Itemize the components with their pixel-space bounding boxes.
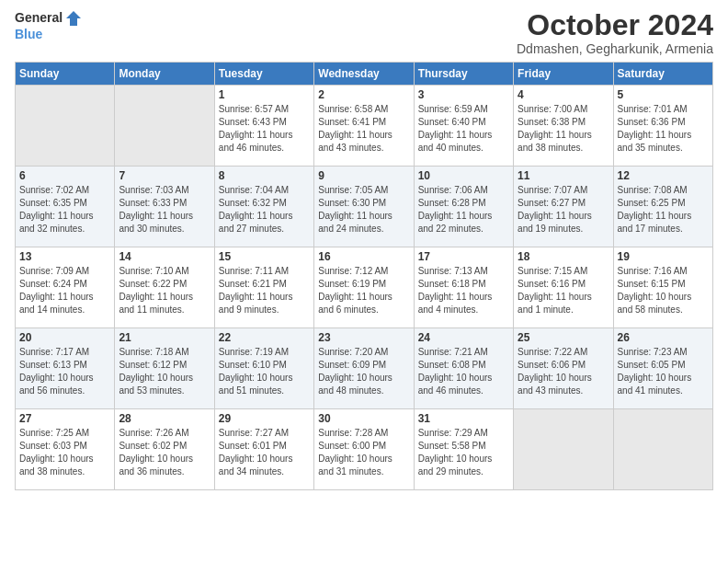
day-info: Sunrise: 7:20 AMSunset: 6:09 PMDaylight:… bbox=[318, 346, 409, 397]
calendar-cell: 19Sunrise: 7:16 AMSunset: 6:15 PMDayligh… bbox=[613, 247, 712, 328]
day-number: 28 bbox=[119, 412, 210, 425]
calendar-cell bbox=[514, 409, 613, 490]
day-number: 2 bbox=[318, 88, 409, 101]
day-info: Sunrise: 7:27 AMSunset: 6:01 PMDaylight:… bbox=[219, 427, 310, 478]
calendar-cell bbox=[613, 409, 712, 490]
day-number: 23 bbox=[318, 331, 409, 344]
day-header-saturday: Saturday bbox=[613, 63, 712, 86]
calendar-cell: 1Sunrise: 6:57 AMSunset: 6:43 PMDaylight… bbox=[214, 86, 313, 167]
day-info: Sunrise: 7:23 AMSunset: 6:05 PMDaylight:… bbox=[618, 346, 709, 397]
calendar-cell: 22Sunrise: 7:19 AMSunset: 6:10 PMDayligh… bbox=[214, 328, 313, 409]
calendar-cell: 30Sunrise: 7:28 AMSunset: 6:00 PMDayligh… bbox=[314, 409, 414, 490]
calendar-cell: 24Sunrise: 7:21 AMSunset: 6:08 PMDayligh… bbox=[414, 328, 513, 409]
day-number: 20 bbox=[19, 331, 110, 344]
day-info: Sunrise: 7:01 AMSunset: 6:36 PMDaylight:… bbox=[618, 103, 709, 155]
calendar-cell: 26Sunrise: 7:23 AMSunset: 6:05 PMDayligh… bbox=[613, 328, 712, 409]
calendar-week-row: 6Sunrise: 7:02 AMSunset: 6:35 PMDaylight… bbox=[16, 167, 713, 247]
day-number: 6 bbox=[19, 169, 110, 182]
day-header-sunday: Sunday bbox=[16, 63, 115, 86]
calendar-cell: 16Sunrise: 7:12 AMSunset: 6:19 PMDayligh… bbox=[314, 247, 414, 328]
day-number: 4 bbox=[518, 88, 609, 101]
calendar-cell: 20Sunrise: 7:17 AMSunset: 6:13 PMDayligh… bbox=[16, 328, 115, 409]
month-title: October 2024 bbox=[517, 9, 713, 41]
calendar-cell bbox=[16, 86, 115, 167]
calendar-cell: 21Sunrise: 7:18 AMSunset: 6:12 PMDayligh… bbox=[115, 328, 214, 409]
calendar-cell: 14Sunrise: 7:10 AMSunset: 6:22 PMDayligh… bbox=[115, 247, 214, 328]
calendar-cell: 15Sunrise: 7:11 AMSunset: 6:21 PMDayligh… bbox=[214, 247, 313, 328]
day-info: Sunrise: 7:02 AMSunset: 6:35 PMDaylight:… bbox=[19, 184, 110, 236]
day-number: 22 bbox=[219, 331, 310, 344]
calendar-cell: 12Sunrise: 7:08 AMSunset: 6:25 PMDayligh… bbox=[613, 167, 712, 247]
day-info: Sunrise: 6:59 AMSunset: 6:40 PMDaylight:… bbox=[418, 103, 509, 155]
day-info: Sunrise: 6:58 AMSunset: 6:41 PMDaylight:… bbox=[318, 103, 409, 155]
day-number: 17 bbox=[418, 250, 509, 263]
day-info: Sunrise: 7:08 AMSunset: 6:25 PMDaylight:… bbox=[618, 184, 709, 236]
day-info: Sunrise: 7:10 AMSunset: 6:22 PMDaylight:… bbox=[119, 265, 210, 316]
day-info: Sunrise: 7:07 AMSunset: 6:27 PMDaylight:… bbox=[518, 184, 609, 236]
day-info: Sunrise: 7:11 AMSunset: 6:21 PMDaylight:… bbox=[219, 265, 310, 316]
day-info: Sunrise: 7:06 AMSunset: 6:28 PMDaylight:… bbox=[418, 184, 509, 236]
svg-marker-0 bbox=[66, 11, 81, 26]
day-number: 9 bbox=[318, 169, 409, 182]
day-number: 16 bbox=[318, 250, 409, 263]
day-number: 7 bbox=[119, 169, 210, 182]
logo-blue-text: Blue bbox=[15, 28, 42, 41]
calendar-week-row: 20Sunrise: 7:17 AMSunset: 6:13 PMDayligh… bbox=[16, 328, 713, 409]
day-header-monday: Monday bbox=[115, 63, 214, 86]
logo-general-text: General bbox=[15, 11, 63, 25]
calendar-cell: 8Sunrise: 7:04 AMSunset: 6:32 PMDaylight… bbox=[214, 167, 313, 247]
day-number: 29 bbox=[219, 412, 310, 425]
day-number: 24 bbox=[418, 331, 509, 344]
logo: General Blue bbox=[15, 9, 83, 41]
calendar-cell: 6Sunrise: 7:02 AMSunset: 6:35 PMDaylight… bbox=[16, 167, 115, 247]
calendar-table: SundayMondayTuesdayWednesdayThursdayFrid… bbox=[15, 62, 713, 490]
day-number: 15 bbox=[219, 250, 310, 263]
day-number: 3 bbox=[418, 88, 509, 101]
day-number: 18 bbox=[518, 250, 609, 263]
calendar-cell: 23Sunrise: 7:20 AMSunset: 6:09 PMDayligh… bbox=[314, 328, 414, 409]
day-info: Sunrise: 7:12 AMSunset: 6:19 PMDaylight:… bbox=[318, 265, 409, 316]
day-info: Sunrise: 7:19 AMSunset: 6:10 PMDaylight:… bbox=[219, 346, 310, 397]
day-number: 27 bbox=[19, 412, 110, 425]
day-info: Sunrise: 7:16 AMSunset: 6:15 PMDaylight:… bbox=[618, 265, 709, 316]
day-info: Sunrise: 7:21 AMSunset: 6:08 PMDaylight:… bbox=[418, 346, 509, 397]
day-number: 8 bbox=[219, 169, 310, 182]
title-area: October 2024 Ddmashen, Gegharkunik, Arme… bbox=[517, 9, 713, 56]
logo-icon bbox=[64, 9, 83, 28]
calendar-cell: 18Sunrise: 7:15 AMSunset: 6:16 PMDayligh… bbox=[514, 247, 613, 328]
calendar-cell: 25Sunrise: 7:22 AMSunset: 6:06 PMDayligh… bbox=[514, 328, 613, 409]
day-header-thursday: Thursday bbox=[414, 63, 513, 86]
calendar-cell: 31Sunrise: 7:29 AMSunset: 5:58 PMDayligh… bbox=[414, 409, 513, 490]
day-number: 30 bbox=[318, 412, 409, 425]
page: General Blue October 2024 Ddmashen, Gegh… bbox=[0, 0, 728, 563]
calendar-cell: 10Sunrise: 7:06 AMSunset: 6:28 PMDayligh… bbox=[414, 167, 513, 247]
day-info: Sunrise: 7:28 AMSunset: 6:00 PMDaylight:… bbox=[318, 427, 409, 478]
calendar-cell: 11Sunrise: 7:07 AMSunset: 6:27 PMDayligh… bbox=[514, 167, 613, 247]
calendar-cell: 29Sunrise: 7:27 AMSunset: 6:01 PMDayligh… bbox=[214, 409, 313, 490]
calendar-week-row: 1Sunrise: 6:57 AMSunset: 6:43 PMDaylight… bbox=[16, 86, 713, 167]
day-number: 19 bbox=[618, 250, 709, 263]
day-info: Sunrise: 7:05 AMSunset: 6:30 PMDaylight:… bbox=[318, 184, 409, 236]
day-number: 14 bbox=[119, 250, 210, 263]
day-info: Sunrise: 7:03 AMSunset: 6:33 PMDaylight:… bbox=[119, 184, 210, 236]
day-info: Sunrise: 6:57 AMSunset: 6:43 PMDaylight:… bbox=[219, 103, 310, 155]
calendar-cell: 4Sunrise: 7:00 AMSunset: 6:38 PMDaylight… bbox=[514, 86, 613, 167]
calendar-week-row: 13Sunrise: 7:09 AMSunset: 6:24 PMDayligh… bbox=[16, 247, 713, 328]
day-header-wednesday: Wednesday bbox=[314, 63, 414, 86]
header-row: SundayMondayTuesdayWednesdayThursdayFrid… bbox=[16, 63, 713, 86]
day-number: 10 bbox=[418, 169, 509, 182]
day-info: Sunrise: 7:25 AMSunset: 6:03 PMDaylight:… bbox=[19, 427, 110, 478]
header: General Blue October 2024 Ddmashen, Gegh… bbox=[15, 9, 713, 56]
day-info: Sunrise: 7:09 AMSunset: 6:24 PMDaylight:… bbox=[19, 265, 110, 316]
calendar-cell: 28Sunrise: 7:26 AMSunset: 6:02 PMDayligh… bbox=[115, 409, 214, 490]
calendar-cell: 7Sunrise: 7:03 AMSunset: 6:33 PMDaylight… bbox=[115, 167, 214, 247]
calendar-cell: 27Sunrise: 7:25 AMSunset: 6:03 PMDayligh… bbox=[16, 409, 115, 490]
calendar-cell: 5Sunrise: 7:01 AMSunset: 6:36 PMDaylight… bbox=[613, 86, 712, 167]
day-number: 21 bbox=[119, 331, 210, 344]
day-number: 11 bbox=[518, 169, 609, 182]
calendar-cell: 3Sunrise: 6:59 AMSunset: 6:40 PMDaylight… bbox=[414, 86, 513, 167]
day-number: 31 bbox=[418, 412, 509, 425]
day-info: Sunrise: 7:26 AMSunset: 6:02 PMDaylight:… bbox=[119, 427, 210, 478]
day-info: Sunrise: 7:04 AMSunset: 6:32 PMDaylight:… bbox=[219, 184, 310, 236]
day-info: Sunrise: 7:29 AMSunset: 5:58 PMDaylight:… bbox=[418, 427, 509, 478]
